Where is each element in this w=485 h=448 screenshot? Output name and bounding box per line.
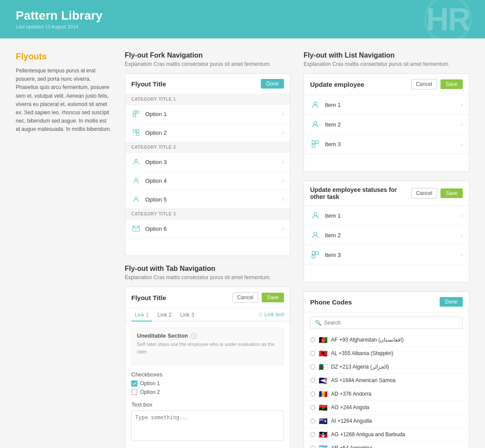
option-6-text: Option 6: [145, 226, 282, 232]
flyout-option-1[interactable]: Option 1 ›: [125, 105, 290, 123]
flyout-option-4[interactable]: Option 4 ›: [125, 171, 290, 190]
svg-rect-5: [137, 133, 139, 136]
update-item-1-3[interactable]: Item 3 ›: [304, 134, 469, 154]
uneditable-note: Self rater steps use the employee who is…: [137, 341, 278, 355]
phone-radio-7[interactable]: [310, 432, 315, 437]
page-title: Pattern Library: [16, 9, 102, 23]
phone-country-item[interactable]: 🇦🇱 AL +355 Albania (Shqipëri): [304, 347, 469, 360]
flyout-tab-cancel-button[interactable]: Cancel: [232, 292, 258, 303]
option-2-icon: [131, 128, 141, 137]
phone-radio-1[interactable]: [310, 351, 315, 356]
update-item-2-3[interactable]: Item 3 ›: [304, 245, 469, 265]
checkbox-1-label: Option 1: [140, 380, 160, 386]
phone-country-text-5: AO +244 Angola: [331, 404, 369, 410]
option-1-icon: [131, 109, 141, 119]
svg-point-17: [314, 232, 317, 235]
textbox-group: Text box: [131, 401, 284, 442]
flyout-fork-panel: Flyout Title Done CATEGORY TITLE 1 Optio…: [125, 73, 290, 256]
update-item-1-2[interactable]: Item 2 ›: [304, 115, 469, 134]
phone-country-item[interactable]: 🇦🇬 AG +1268 Antigua and Barbuda: [304, 428, 469, 441]
tab-text-link[interactable]: ☐ Link text: [259, 311, 284, 318]
uneditable-section: Uneditable Section i Self rater steps us…: [131, 328, 284, 365]
update-item-1-1[interactable]: Item 1 ›: [304, 95, 469, 115]
flyouts-description: Pellentesque tempus purus at erat posuer…: [16, 67, 112, 134]
tab-link-1[interactable]: Link 1: [131, 308, 152, 321]
phone-country-item[interactable]: 🇦🇸 AS +1684 American Samoa: [304, 374, 469, 387]
main-content: Flyouts Pellentesque tempus purus at era…: [0, 38, 485, 448]
category-label-3: CATEGORY TITLE 3: [125, 209, 290, 219]
phone-country-item[interactable]: 🇦🇮 AI +1264 Anguilla: [304, 414, 469, 428]
phone-radio-2[interactable]: [310, 364, 315, 369]
option-1-chevron: ›: [282, 110, 284, 117]
flyout-option-5[interactable]: Option 5 ›: [125, 190, 290, 209]
phone-country-item[interactable]: 🇩🇿 DZ +213 Algeria (الجزائر): [304, 360, 469, 374]
phone-codes-panel: Phone Codes Done 🔍 🇦🇫 AF +93 Afghanistan…: [304, 291, 469, 448]
phone-codes-done-button[interactable]: Done: [440, 297, 463, 307]
phone-radio-3[interactable]: [310, 378, 315, 383]
flyout-tab-header: Flyout Title Cancel Save: [125, 287, 290, 308]
svg-point-8: [135, 178, 137, 181]
phone-radio-6[interactable]: [310, 418, 315, 424]
phone-country-list: 🇦🇫 AF +93 Afghanistan (افغانستان) 🇦🇱 AL …: [304, 333, 469, 448]
flyout-tab-save-button[interactable]: Save: [262, 293, 284, 302]
update-panel-2-save[interactable]: Save: [441, 188, 463, 198]
phone-radio-8[interactable]: [310, 445, 315, 448]
flyout-tab-title: Fly-out with Tab Navigation: [125, 265, 290, 273]
info-icon[interactable]: i: [191, 333, 197, 339]
checkbox-1-checked: [131, 380, 137, 386]
phone-country-text-4: AD +376 Andorra: [331, 391, 371, 397]
tab-link-3[interactable]: Link 3: [177, 308, 198, 321]
phone-flag-3: 🇦🇸: [319, 378, 328, 383]
phone-country-item[interactable]: 🇦🇴 AO +244 Angola: [304, 401, 469, 414]
category-label-1: CATEGORY TITLE 1: [125, 94, 290, 105]
phone-search-input[interactable]: [324, 320, 458, 326]
search-icon: 🔍: [315, 320, 321, 326]
flyout-fork-section: Fly-out Fork Navigation Explanation Cras…: [125, 51, 290, 256]
flyout-fork-panel-title: Flyout Title: [131, 80, 166, 88]
flyout-fork-done-button[interactable]: Done: [261, 79, 284, 89]
tab-link-2[interactable]: Link 2: [154, 308, 175, 321]
svg-rect-1: [137, 111, 139, 113]
flyout-tab-actions: Cancel Save: [232, 292, 284, 303]
flyout-option-3[interactable]: Option 3 ›: [125, 153, 290, 171]
phone-country-item[interactable]: 🇦🇫 AF +93 Afghanistan (افغانستان): [304, 333, 469, 347]
checkbox-option-1[interactable]: Option 1: [131, 380, 284, 386]
flyout-tab-desc: Explanation Cras mattis consectetur puru…: [125, 274, 290, 280]
item-2-3-text: Item 3: [325, 252, 461, 258]
item-1-1-icon: [310, 99, 321, 110]
update-item-2-1[interactable]: Item 1 ›: [304, 206, 469, 226]
phone-radio-0[interactable]: [310, 337, 315, 342]
update-item-2-2[interactable]: Item 2 ›: [304, 226, 469, 245]
text-area-input[interactable]: [131, 410, 284, 441]
flyout-option-6[interactable]: Option 6 ›: [125, 219, 290, 238]
tab-navigation: Link 1 Link 2 Link 3 ☐ Link text: [125, 308, 290, 321]
item-1-1-chevron: ›: [461, 101, 463, 108]
option-6-chevron: ›: [282, 225, 284, 232]
flyout-option-2[interactable]: Option 2 ›: [125, 123, 290, 142]
item-2-3-chevron: ›: [461, 251, 463, 258]
flyout-tab-panel-title: Flyout Title: [131, 294, 166, 301]
checkbox-2-unchecked: [131, 389, 137, 395]
option-5-icon: [131, 195, 141, 204]
flyout-fork-title: Fly-out Fork Navigation: [125, 51, 290, 59]
flyout-list-desc: Explanation Cras mattis consectetur puru…: [304, 61, 469, 67]
phone-country-item[interactable]: 🇦🇩 AD +376 Andorra: [304, 387, 469, 401]
phone-radio-4[interactable]: [310, 391, 315, 397]
flyout-fork-desc: Explanation Cras mattis consectetur puru…: [125, 61, 290, 67]
phone-country-item[interactable]: 🇦🇷 AR +54 Argentina: [304, 441, 469, 448]
checkboxes-label: Checkboxes: [131, 371, 284, 378]
phone-country-text-6: AI +1264 Anguilla: [331, 418, 372, 424]
phone-radio-5[interactable]: [310, 405, 315, 410]
svg-point-9: [135, 197, 137, 199]
update-panel-1-cancel[interactable]: Cancel: [411, 79, 437, 89]
checkbox-option-2[interactable]: Option 2: [131, 389, 284, 395]
update-panel-1-actions: Cancel Save: [411, 79, 463, 89]
flyout-list-title: Fly-out with List Navigation: [304, 51, 469, 59]
svg-point-11: [314, 102, 317, 105]
item-2-2-chevron: ›: [461, 232, 463, 239]
update-panel-1-save[interactable]: Save: [441, 79, 463, 89]
item-2-1-icon: [310, 210, 321, 221]
flyout-fork-header: Flyout Title Done: [125, 74, 290, 94]
update-panel-2-cancel[interactable]: Cancel: [411, 188, 437, 198]
page-subtitle: Last updated 13 August 2014.: [16, 24, 102, 29]
